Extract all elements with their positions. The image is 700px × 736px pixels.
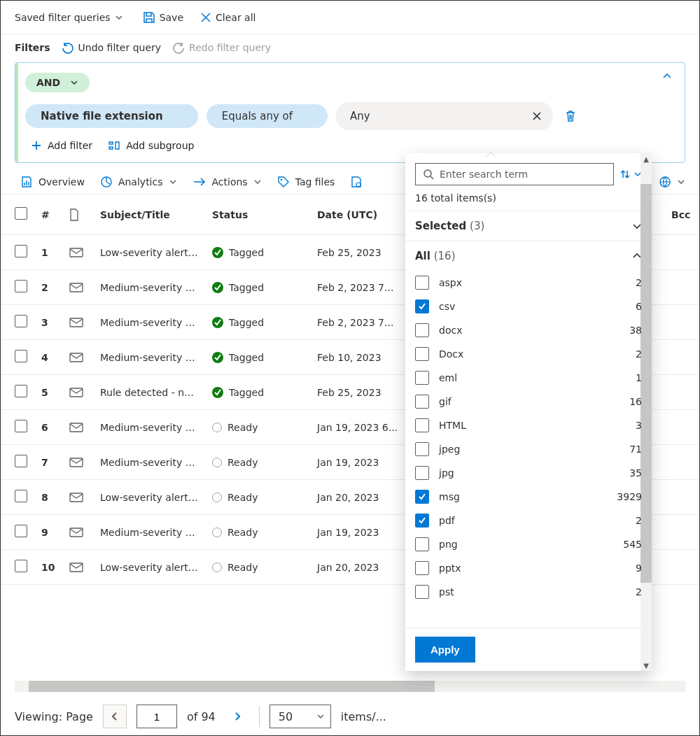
- selected-label: Selected: [415, 220, 466, 232]
- row-index: 4: [34, 340, 62, 375]
- row-subject: Medium-severity al...: [93, 410, 205, 445]
- row-checkbox[interactable]: [15, 560, 27, 572]
- operator-pill[interactable]: AND: [25, 73, 90, 92]
- tab-tag-files[interactable]: Tag files: [277, 176, 335, 188]
- column-header-status[interactable]: Status: [205, 194, 310, 235]
- option-checkbox[interactable]: [415, 514, 429, 528]
- page-input[interactable]: [136, 705, 177, 728]
- prev-page-button[interactable]: [103, 705, 127, 728]
- row-checkbox[interactable]: [15, 315, 27, 327]
- column-header-bcc[interactable]: Bcc: [664, 194, 699, 235]
- all-section-toggle[interactable]: All (16): [405, 241, 652, 271]
- dropdown-option[interactable]: csv6: [405, 295, 652, 318]
- row-checkbox[interactable]: [15, 525, 27, 537]
- svg-rect-6: [70, 318, 83, 327]
- scrollbar-thumb[interactable]: [29, 681, 435, 692]
- clear-all-button[interactable]: Clear all: [200, 12, 255, 23]
- option-label: gif: [439, 396, 451, 407]
- selected-section-toggle[interactable]: Selected (3): [405, 211, 652, 241]
- apply-button[interactable]: Apply: [415, 637, 475, 663]
- add-subgroup-label: Add subgroup: [126, 140, 194, 151]
- tab-overview[interactable]: Overview: [20, 176, 85, 188]
- redo-filter-button: Redo filter query: [172, 41, 271, 54]
- filter-field-pill[interactable]: Native file extension: [25, 104, 198, 128]
- column-header-index[interactable]: #: [34, 194, 62, 235]
- option-checkbox[interactable]: [415, 490, 429, 504]
- collapse-builder-button[interactable]: [662, 71, 672, 81]
- saved-filter-queries-dropdown[interactable]: Saved filter queries: [15, 12, 123, 23]
- save-icon: [143, 11, 155, 24]
- page-size-select[interactable]: 50: [270, 705, 331, 728]
- option-checkbox[interactable]: [415, 561, 429, 575]
- globe-icon: [659, 176, 671, 188]
- undo-filter-button[interactable]: Undo filter query: [62, 41, 161, 54]
- scroll-down-arrow[interactable]: ▼: [640, 660, 652, 671]
- option-count: 3929: [617, 491, 642, 502]
- clear-value-button[interactable]: [528, 107, 546, 125]
- dropdown-option[interactable]: docx38: [405, 318, 652, 342]
- globe-button[interactable]: [659, 176, 685, 188]
- option-checkbox[interactable]: [415, 371, 429, 385]
- dropdown-option[interactable]: gif16: [405, 390, 652, 413]
- dropdown-option[interactable]: png545: [405, 532, 652, 556]
- option-checkbox[interactable]: [415, 466, 429, 480]
- dropdown-search-input[interactable]: Enter search term: [415, 163, 614, 185]
- option-checkbox[interactable]: [415, 323, 429, 337]
- dropdown-option[interactable]: jpg35: [405, 461, 652, 485]
- dropdown-option[interactable]: jpeg71: [405, 437, 652, 461]
- dropdown-option[interactable]: eml1: [405, 366, 652, 390]
- option-checkbox[interactable]: [415, 299, 429, 313]
- option-checkbox[interactable]: [415, 395, 429, 409]
- option-checkbox[interactable]: [415, 347, 429, 361]
- status-label: Ready: [227, 562, 258, 573]
- add-subgroup-button[interactable]: Add subgroup: [108, 140, 194, 151]
- select-all-checkbox[interactable]: [15, 207, 27, 220]
- filter-builder: AND Native file extension Equals any of …: [15, 62, 685, 163]
- save-button[interactable]: Save: [143, 11, 183, 24]
- dropdown-option[interactable]: Docx2: [405, 342, 652, 366]
- row-checkbox[interactable]: [15, 385, 27, 397]
- option-checkbox[interactable]: [415, 585, 429, 599]
- tab-actions[interactable]: Actions: [192, 176, 262, 187]
- scroll-up-arrow[interactable]: ▲: [640, 153, 652, 164]
- dropdown-option[interactable]: pdf2: [405, 509, 652, 532]
- option-count: 1: [636, 372, 642, 383]
- dropdown-option[interactable]: msg3929: [405, 485, 652, 509]
- analytics-icon: [100, 176, 113, 188]
- clear-all-label: Clear all: [216, 12, 255, 23]
- row-checkbox[interactable]: [15, 420, 27, 432]
- column-header-subject[interactable]: Subject/Title: [93, 194, 205, 235]
- horizontal-scrollbar[interactable]: [15, 681, 685, 692]
- filter-value-pill[interactable]: Any: [336, 102, 553, 130]
- dropdown-option[interactable]: HTML3: [405, 413, 652, 437]
- dropdown-option[interactable]: pst2: [405, 580, 652, 604]
- dropdown-option[interactable]: aspx2: [405, 271, 652, 295]
- row-checkbox[interactable]: [15, 280, 27, 292]
- tab-more[interactable]: [350, 176, 363, 188]
- delete-condition-button[interactable]: [564, 110, 577, 122]
- option-checkbox[interactable]: [415, 276, 429, 290]
- sort-button[interactable]: [620, 169, 642, 180]
- tab-analytics[interactable]: Analytics: [100, 176, 177, 188]
- row-subject: Medium-severity al...: [93, 270, 205, 305]
- row-subject: Medium-severity al...: [93, 445, 205, 480]
- chevron-right-icon: [233, 712, 241, 721]
- page-size-value: 50: [279, 710, 293, 723]
- next-page-button[interactable]: [225, 705, 249, 728]
- row-checkbox[interactable]: [15, 245, 27, 257]
- subgroup-icon: [108, 140, 120, 151]
- option-checkbox[interactable]: [415, 418, 429, 432]
- column-header-type[interactable]: [62, 194, 93, 235]
- row-subject: Low-severity alert: ...: [93, 550, 205, 585]
- option-checkbox[interactable]: [415, 537, 429, 551]
- row-checkbox[interactable]: [15, 455, 27, 467]
- filter-comparator-pill[interactable]: Equals any of: [206, 104, 328, 128]
- option-checkbox[interactable]: [415, 442, 429, 456]
- svg-rect-12: [70, 528, 83, 537]
- dropdown-option[interactable]: pptx9: [405, 556, 652, 580]
- option-label: csv: [439, 301, 455, 312]
- row-checkbox[interactable]: [15, 350, 27, 362]
- option-label: jpg: [439, 467, 454, 479]
- add-filter-button[interactable]: Add filter: [31, 140, 92, 151]
- row-checkbox[interactable]: [15, 490, 27, 502]
